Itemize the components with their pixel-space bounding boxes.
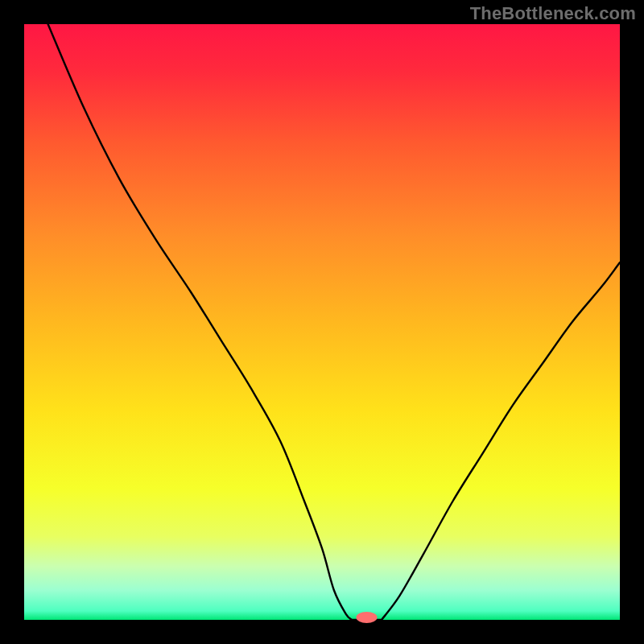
bottleneck-chart	[0, 0, 644, 644]
watermark-text: TheBottleneck.com	[470, 3, 636, 24]
plot-background	[24, 24, 620, 620]
chart-frame: TheBottleneck.com	[0, 0, 644, 644]
optimal-point-marker	[357, 612, 378, 623]
